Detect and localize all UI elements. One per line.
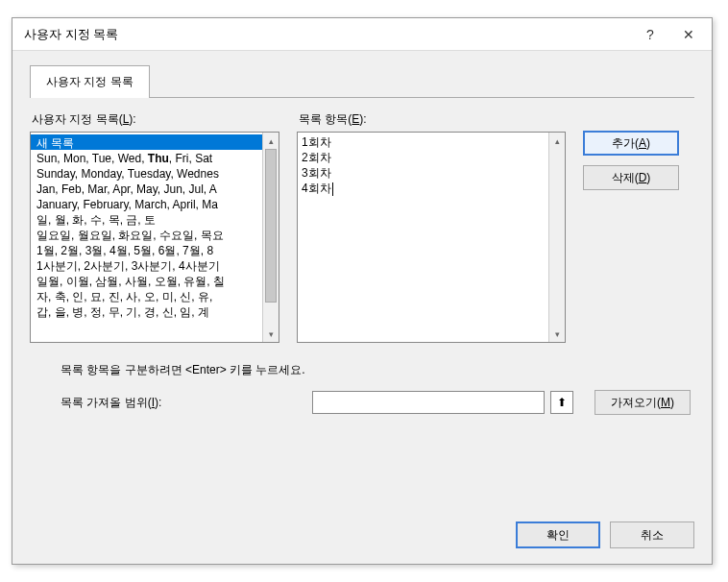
dialog-titlebar: 사용자 지정 목록 ? ✕ — [12, 18, 712, 51]
close-button[interactable]: ✕ — [669, 20, 708, 49]
list-entries-label: 목록 항목(E): — [297, 111, 566, 128]
import-row: 목록 가져올 범위(I): ⬆ 가져오기(M) — [30, 390, 694, 415]
entry-line: 3회차 — [302, 165, 545, 181]
list-item[interactable]: 새 목록 — [31, 134, 262, 150]
scrollbar[interactable]: ▴ ▾ — [262, 133, 279, 342]
scroll-thumb[interactable] — [265, 149, 277, 303]
scroll-track[interactable] — [549, 149, 565, 326]
dialog-body: 사용자 지정 목록 사용자 지정 목록(L): 새 목록Sun, Mon, Tu… — [12, 51, 712, 428]
dialog-footer: 확인 취소 — [516, 521, 694, 548]
list-item[interactable]: 일월, 이월, 삼월, 사월, 오월, 유월, 칠 — [31, 273, 262, 288]
scroll-down-arrow-icon[interactable]: ▾ — [263, 326, 279, 342]
list-entries-column: 목록 항목(E): 1회차2회차3회차4회차 ▴ ▾ — [297, 111, 566, 343]
list-item[interactable]: Sun, Mon, Tue, Wed, Thu, Fri, Sat — [31, 150, 262, 165]
list-item[interactable]: Jan, Feb, Mar, Apr, May, Jun, Jul, A — [31, 181, 262, 196]
ok-button[interactable]: 확인 — [516, 521, 600, 548]
scroll-up-arrow-icon[interactable]: ▴ — [549, 133, 565, 149]
list-item[interactable]: 일요일, 월요일, 화요일, 수요일, 목요 — [31, 227, 262, 242]
list-item[interactable]: 1사분기, 2사분기, 3사분기, 4사분기 — [31, 257, 262, 273]
scroll-down-arrow-icon[interactable]: ▾ — [549, 326, 565, 342]
import-button[interactable]: 가져오기(M) — [595, 390, 691, 415]
scroll-up-arrow-icon[interactable]: ▴ — [263, 133, 279, 149]
entry-line: 1회차 — [302, 134, 545, 150]
collapse-dialog-icon: ⬆ — [557, 396, 567, 409]
content-row: 사용자 지정 목록(L): 새 목록Sun, Mon, Tue, Wed, Th… — [30, 111, 694, 343]
cancel-button[interactable]: 취소 — [610, 521, 694, 548]
custom-lists-dialog: 사용자 지정 목록 ? ✕ 사용자 지정 목록 사용자 지정 목록(L): 새 … — [12, 17, 713, 565]
list-item[interactable]: 일, 월, 화, 수, 목, 금, 토 — [31, 211, 262, 227]
add-button[interactable]: 추가(A) — [583, 131, 679, 156]
list-item[interactable]: January, February, March, April, Ma — [31, 196, 262, 211]
list-item[interactable]: Sunday, Monday, Tuesday, Wednes — [31, 165, 262, 181]
list-entries-textbox[interactable]: 1회차2회차3회차4회차 ▴ ▾ — [297, 132, 566, 343]
scrollbar[interactable]: ▴ ▾ — [548, 133, 565, 342]
list-item[interactable]: 1월, 2월, 3월, 4월, 5월, 6월, 7월, 8 — [31, 242, 262, 257]
text-caret — [332, 182, 333, 196]
entry-line: 4회차 — [302, 181, 545, 196]
scroll-track[interactable] — [263, 149, 279, 326]
custom-lists-label: 사용자 지정 목록(L): — [30, 111, 279, 128]
tab-custom-lists[interactable]: 사용자 지정 목록 — [30, 65, 150, 98]
list-item[interactable]: 갑, 을, 병, 정, 무, 기, 경, 신, 임, 계 — [31, 303, 262, 319]
custom-lists-listbox[interactable]: 새 목록Sun, Mon, Tue, Wed, Thu, Fri, SatSun… — [30, 132, 279, 343]
custom-lists-column: 사용자 지정 목록(L): 새 목록Sun, Mon, Tue, Wed, Th… — [30, 111, 279, 343]
import-range-label: 목록 가져올 범위(I): — [61, 395, 306, 411]
dialog-title: 사용자 지정 목록 — [24, 26, 631, 43]
import-range-input[interactable] — [312, 391, 545, 414]
list-item[interactable]: 자, 축, 인, 묘, 진, 사, 오, 미, 신, 유, — [31, 288, 262, 303]
side-buttons: 추가(A) 삭제(D) — [583, 111, 679, 343]
delete-button[interactable]: 삭제(D) — [583, 165, 679, 190]
range-picker-button[interactable]: ⬆ — [550, 391, 573, 414]
hint-text: 목록 항목을 구분하려면 <Enter> 키를 누르세요. — [30, 362, 694, 378]
entry-line: 2회차 — [302, 150, 545, 165]
help-button[interactable]: ? — [631, 20, 669, 49]
tabs: 사용자 지정 목록 — [30, 64, 694, 98]
